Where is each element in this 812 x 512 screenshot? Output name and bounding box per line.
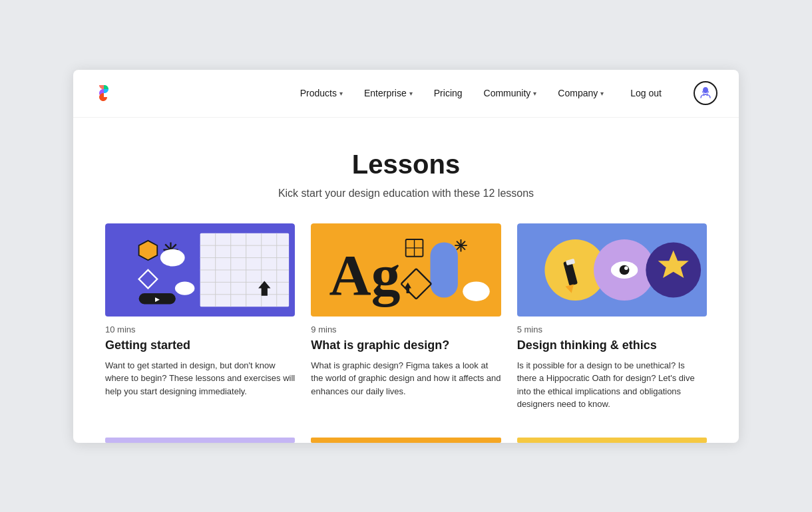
card-2-image: Ag: [311, 223, 501, 317]
nav-pricing[interactable]: Pricing: [434, 88, 463, 98]
hero-section: Lessons Kick start your design education…: [73, 118, 739, 223]
bottom-card-3: [517, 438, 707, 443]
svg-text:▶: ▶: [155, 295, 160, 302]
products-caret-icon: ▾: [339, 90, 343, 97]
page-title: Lessons: [73, 150, 739, 180]
svg-point-30: [463, 281, 490, 301]
nav-products[interactable]: Products ▾: [300, 88, 343, 98]
company-caret-icon: ▾: [600, 90, 604, 97]
lesson-card-3[interactable]: 5 mins Design thinking & ethics Is it po…: [517, 223, 707, 411]
page-subtitle: Kick start your design education with th…: [73, 188, 739, 199]
card-3-duration: 5 mins: [517, 324, 707, 334]
community-caret-icon: ▾: [533, 90, 536, 97]
nav-logout[interactable]: Log out: [630, 88, 662, 98]
card-2-duration: 9 mins: [311, 324, 501, 334]
svg-rect-25: [401, 269, 432, 299]
svg-marker-13: [139, 240, 158, 259]
card-3-image: [517, 223, 707, 317]
card-3-description: Is it possible for a design to be unethi…: [517, 359, 707, 411]
card-1-image: ▶: [105, 223, 295, 317]
lesson-card-1[interactable]: ▶ 10 mins Getting started Want to get st…: [105, 223, 295, 411]
card-2-title: What is graphic design?: [311, 338, 501, 352]
card-1-duration: 10 mins: [105, 324, 295, 334]
lesson-card-2[interactable]: Ag: [311, 223, 501, 411]
browser-window: Products ▾ Enterprise ▾ Pricing Communit…: [73, 70, 739, 443]
bottom-card-1: [105, 438, 295, 443]
bottom-cards-strip: [73, 438, 739, 443]
avatar[interactable]: [694, 81, 717, 105]
svg-point-41: [624, 266, 628, 270]
card-1-title: Getting started: [105, 338, 295, 352]
card-3-title: Design thinking & ethics: [517, 338, 707, 352]
svg-marker-18: [139, 270, 158, 289]
nav-company[interactable]: Company ▾: [558, 88, 604, 98]
navbar: Products ▾ Enterprise ▾ Pricing Communit…: [73, 70, 739, 118]
svg-point-22: [175, 281, 194, 295]
svg-point-40: [619, 265, 629, 275]
svg-text:Ag: Ag: [329, 242, 401, 307]
enterprise-caret-icon: ▾: [409, 90, 413, 97]
card-1-description: Want to get started in design, but don't…: [105, 359, 295, 398]
bottom-card-2: [311, 438, 501, 443]
nav-community[interactable]: Community ▾: [484, 88, 537, 98]
figma-logo[interactable]: [95, 79, 113, 107]
svg-point-19: [160, 249, 185, 266]
svg-rect-24: [431, 242, 458, 297]
lessons-grid: ▶ 10 mins Getting started Want to get st…: [73, 223, 739, 438]
card-2-description: What is graphic design? Figma takes a lo…: [311, 359, 501, 398]
nav-enterprise[interactable]: Enterprise ▾: [364, 88, 413, 98]
nav-links: Products ▾ Enterprise ▾ Pricing Communit…: [300, 81, 717, 105]
